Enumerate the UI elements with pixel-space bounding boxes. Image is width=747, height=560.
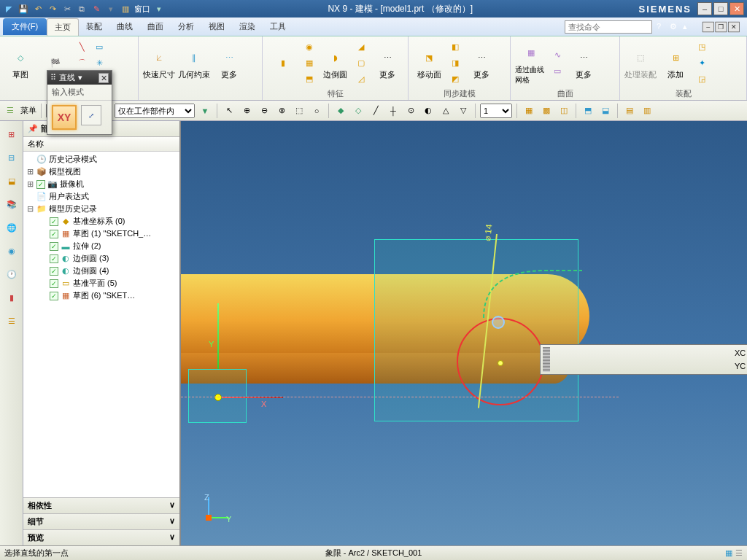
hole-icon[interactable]: ◉ [302, 40, 317, 55]
more-sketch-button[interactable]: ⋯更多 [213, 46, 245, 80]
sel4-icon[interactable]: ⊗ [274, 104, 289, 118]
history-tree[interactable]: 🕒历史记录模式⊞📦模型视图⊞✓📷摄像机📄用户表达式⊟📁模型历史记录✓◆基准坐标系… [23, 152, 179, 497]
snap7-icon[interactable]: △ [438, 104, 453, 118]
sweep-icon[interactable]: ∿ [550, 48, 565, 63]
more-sync-button[interactable]: ⋯更多 [465, 46, 498, 80]
more-surface-button[interactable]: ⋯更多 [568, 46, 600, 80]
shell-icon[interactable]: ▢ [354, 56, 368, 71]
undo-icon[interactable]: ↶ [32, 3, 44, 15]
snap6-icon[interactable]: ◐ [421, 104, 436, 118]
minimize-button[interactable]: – [697, 2, 712, 15]
tab-render[interactable]: 渲染 [232, 18, 263, 35]
filter-toggle-icon[interactable]: ▼ [198, 104, 212, 118]
tree-node[interactable]: ✓▦草图 (1) "SKETCH_… [23, 228, 179, 240]
misc1-icon[interactable]: ▤ [622, 104, 637, 118]
status-icon-2[interactable]: ☰ [735, 548, 743, 558]
popup-close-button[interactable]: ✕ [98, 73, 109, 83]
sketch-button[interactable]: ◇草图 [4, 46, 36, 80]
history-tab[interactable]: ◉ [3, 242, 20, 260]
scope-filter-combo[interactable]: 仅在工作部件内 [115, 104, 195, 118]
copy-icon[interactable]: ⧉ [76, 3, 88, 15]
geo-constraint-button[interactable]: ∥几何约束 [178, 46, 210, 80]
menu-icon[interactable]: ☰ [3, 104, 18, 118]
tab-home[interactable]: 主页 [47, 18, 79, 36]
status-icon-1[interactable]: ▦ [725, 548, 732, 558]
tree-node[interactable]: ✓◐边倒圆 (4) [23, 265, 179, 277]
grip-icon[interactable]: ⠿ [50, 73, 56, 82]
pattern-icon[interactable]: ▦ [302, 56, 317, 71]
sel1-icon[interactable]: ↖ [222, 104, 236, 118]
ruled-icon[interactable]: ▭ [550, 64, 565, 79]
tree-node[interactable]: ✓▬拉伸 (2) [23, 240, 179, 252]
delete-face-icon[interactable]: ◨ [448, 56, 462, 71]
asm2-icon[interactable]: ✦ [694, 56, 709, 71]
settings-icon[interactable]: ⚙ [670, 22, 680, 32]
snap5-icon[interactable]: ⊙ [403, 104, 418, 118]
line-icon[interactable]: ╲ [74, 40, 89, 55]
help-icon[interactable]: ? [657, 22, 667, 32]
tree-node[interactable]: 📄用户表达式 [23, 190, 179, 203]
asm3-icon[interactable]: ◲ [694, 72, 709, 87]
sel5-icon[interactable]: ⬚ [292, 104, 306, 118]
maximize-button[interactable]: □ [713, 2, 728, 15]
snap8-icon[interactable]: ▽ [456, 104, 471, 118]
mesh-surface-button[interactable]: ▦通过曲线网格 [515, 42, 547, 85]
view2-icon[interactable]: ⬓ [598, 104, 613, 118]
tree-node[interactable]: ⊞📦模型视图 [23, 166, 179, 178]
more-feature-button[interactable]: ⋯更多 [371, 46, 403, 80]
view1-icon[interactable]: ⬒ [581, 104, 595, 118]
ribbon-collapse-icon[interactable]: ▴ [683, 22, 693, 32]
param-mode-button[interactable]: ⤢ [81, 105, 101, 125]
snap4-icon[interactable]: ┼ [386, 104, 400, 118]
chamfer-icon[interactable]: ◢ [354, 40, 368, 55]
menu-label[interactable]: 菜单 [20, 105, 36, 116]
file-menu[interactable]: 文件(F) [3, 18, 47, 35]
tree-node[interactable]: 🕒历史记录模式 [23, 153, 179, 166]
acc-preview[interactable]: 预览∨ [23, 529, 179, 545]
pin-icon[interactable]: 📌 [28, 124, 38, 133]
arc-icon[interactable]: ⌒ [74, 56, 89, 71]
misc2-icon[interactable]: ▥ [640, 104, 654, 118]
layer-combo[interactable]: 1 [480, 104, 512, 118]
tab-analysis[interactable]: 分析 [171, 18, 201, 35]
web-tab[interactable]: 🌐 [3, 219, 20, 236]
quick-dim-button[interactable]: ⟀快速尺寸 [143, 46, 175, 80]
constraint-nav-tab[interactable]: ⬓ [3, 172, 20, 190]
close-button[interactable]: ✕ [729, 2, 744, 15]
tab-assembly[interactable]: 装配 [79, 18, 109, 35]
doc-restore-button[interactable]: ❐ [715, 21, 727, 31]
tree-node[interactable]: ⊞✓📷摄像机 [23, 178, 179, 190]
dropdown-icon[interactable]: ▾ [78, 73, 82, 82]
rect-icon[interactable]: ▭ [92, 40, 107, 55]
extrude-button[interactable]: ▮ [267, 52, 299, 75]
panel-grip[interactable] [543, 347, 550, 372]
graphics-viewport[interactable]: ⌀ 14 Y X XC YC Z Y [181, 121, 747, 545]
redo-icon[interactable]: ↷ [47, 3, 58, 15]
assembly-nav-tab[interactable]: ⊟ [3, 149, 20, 166]
unite-icon[interactable]: ⬒ [302, 72, 317, 87]
line-tool-popup[interactable]: ⠿ 直线 ▾ ✕ 输入模式 XY ⤢ [47, 70, 112, 135]
marker-icon[interactable]: ✎ [90, 3, 102, 15]
snap1-icon[interactable]: ◆ [333, 104, 348, 118]
vis3-icon[interactable]: ◫ [557, 104, 571, 118]
draft-icon[interactable]: ◿ [354, 72, 368, 87]
snap2-icon[interactable]: ◇ [351, 104, 365, 118]
part-nav-tab[interactable]: ⊞ [3, 125, 20, 143]
roles-tab[interactable]: ▮ [3, 289, 20, 306]
tree-node[interactable]: ✓◐边倒圆 (3) [23, 252, 179, 265]
tree-node[interactable]: ⊟📁模型历史记录 [23, 203, 179, 215]
arc-center-point[interactable] [498, 360, 503, 366]
add-component-button[interactable]: ⊞添加 [659, 46, 692, 80]
point-icon[interactable]: ✳ [92, 56, 107, 71]
window-menu-label[interactable]: 窗口 [134, 3, 150, 15]
vis2-icon[interactable]: ▩ [539, 104, 554, 118]
tree-node[interactable]: ✓◆基准坐标系 (0) [23, 215, 179, 228]
cut-icon[interactable]: ✂ [61, 3, 73, 15]
sel6-icon[interactable]: ○ [309, 104, 324, 118]
sel3-icon[interactable]: ⊖ [257, 104, 271, 118]
resize-icon[interactable]: ◧ [448, 40, 462, 55]
replace-icon[interactable]: ◩ [448, 72, 462, 87]
tab-curve[interactable]: 曲线 [109, 18, 140, 35]
doc-close-button[interactable]: ✕ [728, 21, 740, 31]
asm1-icon[interactable]: ◳ [694, 40, 709, 55]
